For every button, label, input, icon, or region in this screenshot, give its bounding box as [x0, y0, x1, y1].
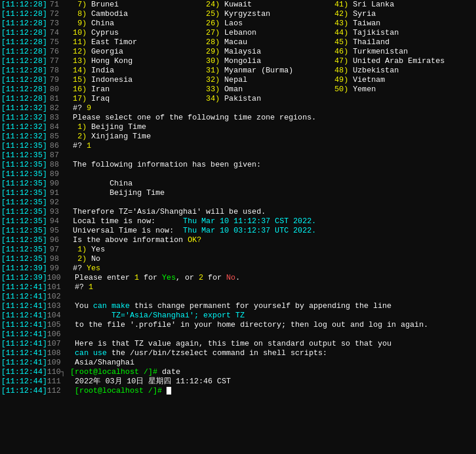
timestamp: [11:12:28] [0, 28, 47, 38]
timestamp: [11:12:39] [0, 273, 47, 283]
terminal-line: [11:12:41]109 Asia/Shanghai [0, 358, 476, 367]
timestamp: [11:12:28] [0, 9, 47, 19]
terminal-line: [11:12:35]87 [0, 151, 476, 160]
timestamp: [11:12:41] [0, 339, 47, 349]
terminal-line: [11:12:32]82 #? 9 [0, 104, 476, 113]
line-number: 92 [47, 198, 66, 207]
terminal-line: [11:12:41]106 [0, 330, 476, 339]
line-content: #? 1 [66, 141, 476, 151]
line-content: 16) Iran 33) Oman 50) Yemen [66, 85, 476, 94]
timestamp: [11:12:39] [0, 264, 47, 273]
line-content: Therefore TZ='Asia/Shanghai' will be use… [66, 207, 476, 217]
line-content: #? 9 [66, 104, 476, 113]
line-content: Please enter 1 for Yes, or 2 for No. [68, 273, 476, 283]
timestamp: [11:12:35] [0, 141, 47, 151]
line-number: 71 [47, 0, 66, 9]
timestamp: [11:12:28] [0, 94, 47, 104]
timestamp: [11:12:28] [0, 75, 47, 85]
timestamp: [11:12:35] [0, 198, 47, 207]
timestamp: [11:12:35] [0, 236, 47, 245]
line-number: 74 [47, 28, 66, 38]
line-number: 109 [47, 358, 68, 367]
line-number: 96 [47, 236, 66, 245]
line-number: 77 [47, 57, 66, 66]
line-number: 108 [47, 349, 68, 358]
terminal-line: [11:12:41]102 [0, 292, 476, 301]
line-number: 102 [47, 292, 68, 301]
timestamp: [11:12:41] [0, 320, 47, 330]
terminal-line: [11:12:35]90 China [0, 179, 476, 188]
terminal-line: [11:12:28]74 10) Cyprus 27) Lebanon 44) … [0, 28, 476, 38]
line-content [68, 292, 476, 301]
line-content [66, 170, 476, 179]
timestamp: [11:12:28] [0, 66, 47, 75]
line-content: The following information has been given… [66, 160, 476, 170]
line-content [66, 198, 476, 207]
terminal-line: [11:12:44]112 [root@localhost /]# [0, 386, 476, 396]
terminal-line: [11:12:28]75 11) East Timor 28) Macau 45… [0, 38, 476, 47]
line-content: 1) Yes [66, 245, 476, 254]
terminal: [11:12:28]71 7) Brunei 24) Kuwait 41) Sr… [0, 0, 476, 454]
terminal-line: [11:12:32]83 Please select one of the fo… [0, 113, 476, 122]
line-number: 105 [47, 320, 68, 330]
line-content [66, 151, 476, 160]
terminal-line: [11:12:32]85 2) Xinjiang Time [0, 132, 476, 141]
terminal-line: [11:12:35]94 Local time is now: Thu Mar … [0, 217, 476, 226]
line-number: 81 [47, 94, 66, 104]
line-content: can use the /usr/bin/tzselect command in… [68, 349, 476, 358]
timestamp: [11:12:35] [0, 217, 47, 226]
timestamp: [11:12:35] [0, 226, 47, 236]
line-content: You can make this change permanent for y… [68, 301, 476, 311]
line-number: 101 [47, 283, 68, 292]
line-number: 80 [47, 85, 66, 94]
line-content: Here is that TZ value again, this time o… [68, 339, 476, 349]
line-number: 84 [47, 122, 66, 132]
timestamp: [11:12:41] [0, 301, 47, 311]
line-content: 15) Indonesia 32) Nepal 49) Vietnam [66, 75, 476, 85]
line-content: 14) India 31) Myanmar (Burma) 48) Uzbeki… [66, 66, 476, 75]
timestamp: [11:12:41] [0, 330, 47, 339]
terminal-line: [11:12:28]81 17) Iraq 34) Pakistan [0, 94, 476, 104]
terminal-line: [11:12:41]107 Here is that TZ value agai… [0, 339, 476, 349]
line-number: 90 [47, 179, 66, 188]
line-number: 83 [47, 113, 66, 122]
terminal-line: [11:12:41]101 #? 1 [0, 283, 476, 292]
terminal-line: [11:12:44]110┐[root@localhost /]# date [0, 367, 476, 377]
timestamp: [11:12:35] [0, 151, 47, 160]
line-content: [root@localhost /]# date [68, 367, 476, 377]
line-content: Asia/Shanghai [68, 358, 476, 367]
timestamp: [11:12:35] [0, 254, 47, 264]
timestamp: [11:12:28] [0, 38, 47, 47]
line-number: 112 [47, 386, 68, 396]
line-number: 94 [47, 217, 66, 226]
terminal-line: [11:12:28]73 9) China 26) Laos 43) Taiwa… [0, 19, 476, 28]
line-number: 106 [47, 330, 68, 339]
line-content: Beijing Time [66, 188, 476, 198]
line-number: 93 [47, 207, 66, 217]
line-content: 13) Hong Kong 30) Mongolia 47) United Ar… [66, 57, 476, 66]
line-number: 100 [47, 273, 68, 283]
terminal-line: [11:12:28]76 12) Georgia 29) Malaysia 46… [0, 47, 476, 57]
timestamp: [11:12:44] [0, 367, 47, 377]
line-content: [root@localhost /]# [68, 386, 476, 396]
timestamp: [11:12:28] [0, 85, 47, 94]
line-content: Is the above information OK? [66, 236, 476, 245]
timestamp: [11:12:28] [0, 19, 47, 28]
line-number: 110┐ [47, 367, 68, 377]
timestamp: [11:12:44] [0, 386, 47, 396]
timestamp: [11:12:41] [0, 292, 47, 301]
line-number: 72 [47, 9, 66, 19]
timestamp: [11:12:41] [0, 358, 47, 367]
line-content: 8) Cambodia 25) Kyrgyzstan 42) Syria [66, 9, 476, 19]
line-number: 73 [47, 19, 66, 28]
line-content: #? Yes [66, 264, 476, 273]
line-number: 98 [47, 254, 66, 264]
timestamp: [11:12:28] [0, 47, 47, 57]
terminal-line: [11:12:41]105 to the file '.profile' in … [0, 320, 476, 330]
timestamp: [11:12:41] [0, 283, 47, 292]
terminal-line: [11:12:28]72 8) Cambodia 25) Kyrgyzstan … [0, 9, 476, 19]
line-number: 78 [47, 66, 66, 75]
terminal-line: [11:12:32]84 1) Beijing Time [0, 122, 476, 132]
timestamp: [11:12:44] [0, 377, 47, 386]
terminal-line: [11:12:28]79 15) Indonesia 32) Nepal 49)… [0, 75, 476, 85]
